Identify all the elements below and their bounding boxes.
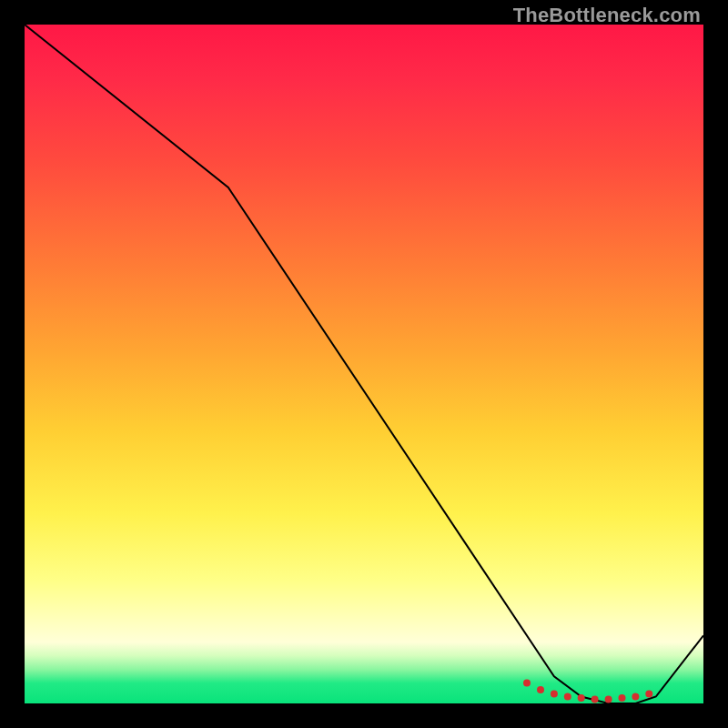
- chart-dot: [592, 696, 599, 703]
- chart-dot: [551, 691, 558, 698]
- chart-dot: [578, 694, 585, 702]
- chart-dot: [645, 691, 652, 698]
- chart-dot: [605, 696, 612, 703]
- chart-dot: [564, 693, 571, 701]
- chart-dot: [619, 694, 626, 702]
- chart-dot: [632, 693, 639, 701]
- chart-gradient-area: [25, 25, 703, 703]
- chart-dots-layer: [25, 25, 703, 703]
- chart-dot: [523, 680, 531, 687]
- chart-dot: [537, 686, 544, 693]
